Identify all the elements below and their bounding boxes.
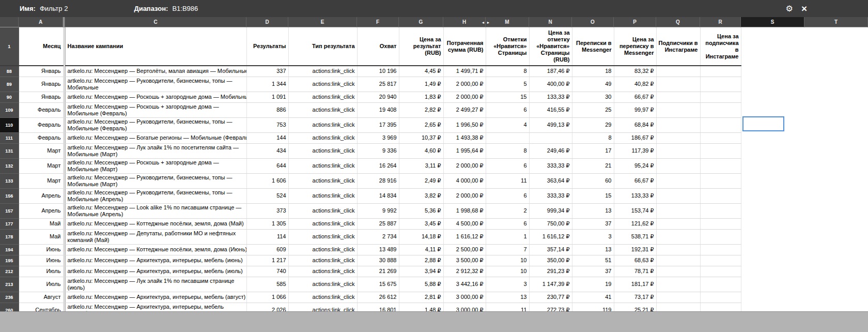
cell-O212[interactable]: 37 — [572, 266, 614, 277]
cell-G133[interactable]: 2,49 ₽ — [399, 173, 443, 188]
cell-A90[interactable]: Январь — [19, 92, 63, 102]
cell-Q260[interactable] — [656, 303, 700, 311]
cell-E195[interactable]: actions:link_click — [288, 255, 357, 266]
cell-N132[interactable]: 333,33 ₽ — [529, 158, 572, 173]
filter-name-value[interactable]: Фильтр 2 — [40, 5, 68, 12]
cell-D260[interactable]: 2 026 — [246, 303, 288, 311]
cell-Q212[interactable] — [656, 266, 700, 277]
active-cell-selection[interactable] — [742, 116, 784, 131]
filter-options-gear-icon[interactable]: ⚙ — [786, 5, 793, 13]
cell-Q133[interactable] — [656, 173, 700, 188]
cell-D236[interactable]: 1 066 — [246, 292, 288, 303]
cell-M236[interactable]: 13 — [486, 292, 529, 303]
cell-P213[interactable]: 181,17 ₽ — [614, 277, 656, 292]
cell-A194[interactable]: Июнь — [19, 244, 63, 255]
cell-M212[interactable]: 10 — [486, 266, 529, 277]
cell-E260[interactable]: actions:link_click — [288, 303, 357, 311]
cell-C156[interactable]: artkelo.ru: Мессенджер — Руководители, б… — [65, 188, 246, 203]
cell-E110[interactable]: actions:link_click — [288, 117, 357, 132]
cell-C260[interactable]: artkelo.ru: Мессенджер — Архитектура, ин… — [65, 303, 246, 311]
cell-P195[interactable]: 68,63 ₽ — [614, 255, 656, 266]
cell-E156[interactable]: actions:link_click — [288, 188, 357, 203]
cell-G178[interactable]: 14,18 ₽ — [399, 229, 443, 244]
cell-P110[interactable]: 68,84 ₽ — [614, 117, 656, 132]
cell-M157[interactable]: 2 — [486, 203, 529, 218]
cell-N111[interactable] — [529, 132, 572, 143]
cell-Q110[interactable] — [656, 117, 700, 132]
row-header-194[interactable]: 194 — [0, 244, 19, 255]
cell-N110[interactable]: 499,13 ₽ — [529, 117, 572, 132]
field-header-R[interactable]: Цена за подписчика в Инстаграме — [700, 27, 741, 66]
column-header-E[interactable]: E — [288, 17, 357, 27]
cell-O178[interactable]: 3 — [572, 229, 614, 244]
cell-N88[interactable]: 187,46 ₽ — [529, 66, 572, 77]
row-header-132[interactable]: 132 — [0, 158, 19, 173]
cell-C111[interactable]: artkelo.ru: Мессенджер — Богатые регионы… — [65, 132, 246, 143]
column-header-S[interactable]: S — [741, 17, 804, 27]
cell-P88[interactable]: 83,32 ₽ — [614, 66, 656, 77]
cell-O177[interactable]: 37 — [572, 218, 614, 229]
horizontal-scrollbar[interactable] — [0, 311, 868, 332]
cell-N213[interactable]: 1 147,39 ₽ — [529, 277, 572, 292]
cell-E88[interactable]: actions:link_click — [288, 66, 357, 77]
cell-O89[interactable]: 49 — [572, 77, 614, 92]
row-header-178[interactable]: 178 — [0, 229, 19, 244]
cell-R178[interactable] — [700, 229, 741, 244]
row-header-131[interactable]: 131 — [0, 143, 19, 158]
field-header-Q[interactable]: Подписчики в Инстаграме — [656, 27, 700, 66]
cell-O132[interactable]: 21 — [572, 158, 614, 173]
cell-G110[interactable]: 2,65 ₽ — [399, 117, 443, 132]
cell-C110[interactable]: artkelo.ru: Мессенджер — Руководители, б… — [65, 117, 246, 132]
cell-F195[interactable]: 30 888 — [357, 255, 399, 266]
cell-G111[interactable]: 10,37 ₽ — [399, 132, 443, 143]
cell-P131[interactable]: 117,39 ₽ — [614, 143, 656, 158]
cell-F88[interactable]: 10 196 — [357, 66, 399, 77]
cell-P109[interactable]: 99,97 ₽ — [614, 102, 656, 117]
cell-Q111[interactable] — [656, 132, 700, 143]
cell-M90[interactable]: 15 — [486, 92, 529, 102]
cell-N195[interactable]: 350,00 ₽ — [529, 255, 572, 266]
cell-F89[interactable]: 25 817 — [357, 77, 399, 92]
cell-R157[interactable] — [700, 203, 741, 218]
cell-C213[interactable]: artkelo.ru: Мессенджер — Лук элайк 1% по… — [65, 277, 246, 292]
cell-D110[interactable]: 753 — [246, 117, 288, 132]
cell-G88[interactable]: 4,45 ₽ — [399, 66, 443, 77]
cell-N90[interactable]: 133,33 ₽ — [529, 92, 572, 102]
cell-R90[interactable] — [700, 92, 741, 102]
cell-H132[interactable]: 2 000,00 ₽ — [443, 158, 486, 173]
cell-G195[interactable]: 2,88 ₽ — [399, 255, 443, 266]
cell-Q89[interactable] — [656, 77, 700, 92]
row-header-236[interactable]: 236 — [0, 292, 19, 303]
cell-D109[interactable]: 886 — [246, 102, 288, 117]
cell-N260[interactable]: 272,73 ₽ — [529, 303, 572, 311]
cell-D133[interactable]: 1 606 — [246, 173, 288, 188]
cell-O236[interactable]: 41 — [572, 292, 614, 303]
cell-O88[interactable]: 18 — [572, 66, 614, 77]
cell-C178[interactable]: artkelo.ru: Мессенджер — Депутаты, работ… — [65, 229, 246, 244]
cell-C177[interactable]: artkelo.ru: Мессенджер — Коттеджные посё… — [65, 218, 246, 229]
cell-F131[interactable]: 9 336 — [357, 143, 399, 158]
cell-E177[interactable]: actions:link_click — [288, 218, 357, 229]
cell-Q90[interactable] — [656, 92, 700, 102]
cell-O194[interactable]: 13 — [572, 244, 614, 255]
cell-R177[interactable] — [700, 218, 741, 229]
cell-P89[interactable]: 40,82 ₽ — [614, 77, 656, 92]
column-header-Q[interactable]: Q — [656, 17, 700, 27]
cell-G156[interactable]: 3,82 ₽ — [399, 188, 443, 203]
cell-H90[interactable]: 2 000,00 ₽ — [443, 92, 486, 102]
field-header-E[interactable]: Тип результата — [288, 27, 357, 66]
cell-D194[interactable]: 609 — [246, 244, 288, 255]
field-header-N[interactable]: Цена за отметку «Нравится» Страницы (RUB… — [529, 27, 572, 66]
cell-O213[interactable]: 19 — [572, 277, 614, 292]
cell-N89[interactable]: 400,00 ₽ — [529, 77, 572, 92]
cell-P236[interactable]: 73,17 ₽ — [614, 292, 656, 303]
column-header-P[interactable]: P — [614, 17, 656, 27]
row-header-90[interactable]: 90 — [0, 92, 19, 102]
cell-C109[interactable]: artkelo.ru: Мессенджер — Роскошь + загор… — [65, 102, 246, 117]
cell-C195[interactable]: artkelo.ru: Мессенджер — Архитектура, ин… — [65, 255, 246, 266]
cell-H157[interactable]: 1 998,68 ₽ — [443, 203, 486, 218]
cell-M88[interactable]: 8 — [486, 66, 529, 77]
column-header-O[interactable]: O — [572, 17, 614, 27]
cell-G109[interactable]: 2,82 ₽ — [399, 102, 443, 117]
cell-C132[interactable]: artkelo.ru: Мессенджер — Роскошь + загор… — [65, 158, 246, 173]
